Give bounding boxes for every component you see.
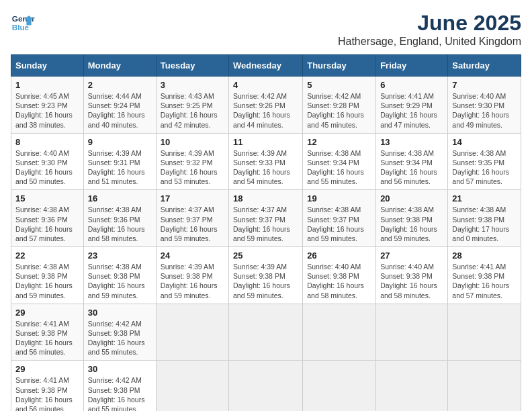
table-row: 14Sunrise: 4:38 AMSunset: 9:35 PMDayligh…	[448, 133, 521, 190]
week-row-5: 29Sunrise: 4:41 AMSunset: 9:38 PMDayligh…	[11, 361, 521, 411]
header-monday: Monday	[83, 55, 156, 77]
table-row: 9Sunrise: 4:39 AMSunset: 9:31 PMDaylight…	[83, 133, 156, 190]
table-row: 27Sunrise: 4:40 AMSunset: 9:38 PMDayligh…	[376, 247, 448, 304]
table-row	[156, 361, 228, 411]
week-row-2: 15Sunrise: 4:38 AMSunset: 9:36 PMDayligh…	[11, 190, 521, 247]
calendar-title: June 2025	[338, 11, 521, 36]
table-row: 21Sunrise: 4:38 AMSunset: 9:38 PMDayligh…	[448, 190, 521, 247]
table-row: 11Sunrise: 4:39 AMSunset: 9:33 PMDayligh…	[229, 133, 303, 190]
table-row: 24Sunrise: 4:39 AMSunset: 9:38 PMDayligh…	[156, 247, 228, 304]
table-row: 19Sunrise: 4:38 AMSunset: 9:37 PMDayligh…	[303, 190, 376, 247]
table-row: 10Sunrise: 4:39 AMSunset: 9:32 PMDayligh…	[156, 133, 228, 190]
table-row	[229, 304, 303, 361]
table-row: 22Sunrise: 4:38 AMSunset: 9:38 PMDayligh…	[11, 247, 84, 304]
page-header: General Blue June 2025 Hathersage, Engla…	[11, 11, 521, 48]
table-row: 20Sunrise: 4:38 AMSunset: 9:38 PMDayligh…	[376, 190, 448, 247]
header-tuesday: Tuesday	[156, 55, 228, 77]
table-row: 30Sunrise: 4:42 AMSunset: 9:38 PMDayligh…	[83, 304, 156, 361]
table-row: 7Sunrise: 4:40 AMSunset: 9:30 PMDaylight…	[448, 77, 521, 134]
table-row: 15Sunrise: 4:38 AMSunset: 9:36 PMDayligh…	[11, 190, 84, 247]
table-row	[376, 361, 448, 411]
table-row: 18Sunrise: 4:37 AMSunset: 9:37 PMDayligh…	[229, 190, 303, 247]
table-row: 29Sunrise: 4:41 AMSunset: 9:38 PMDayligh…	[11, 361, 84, 411]
week-row-3: 22Sunrise: 4:38 AMSunset: 9:38 PMDayligh…	[11, 247, 521, 304]
table-row: 3Sunrise: 4:43 AMSunset: 9:25 PMDaylight…	[156, 77, 228, 134]
table-row: 17Sunrise: 4:37 AMSunset: 9:37 PMDayligh…	[156, 190, 228, 247]
table-row: 5Sunrise: 4:42 AMSunset: 9:28 PMDaylight…	[303, 77, 376, 134]
header-saturday: Saturday	[448, 55, 521, 77]
title-area: June 2025 Hathersage, England, United Ki…	[338, 11, 521, 48]
table-row	[156, 304, 228, 361]
table-row: 6Sunrise: 4:41 AMSunset: 9:29 PMDaylight…	[376, 77, 448, 134]
week-row-1: 8Sunrise: 4:40 AMSunset: 9:30 PMDaylight…	[11, 133, 521, 190]
week-row-0: 1Sunrise: 4:45 AMSunset: 9:23 PMDaylight…	[11, 77, 521, 134]
calendar-subtitle: Hathersage, England, United Kingdom	[338, 36, 521, 48]
header-thursday: Thursday	[303, 55, 376, 77]
table-row: 16Sunrise: 4:38 AMSunset: 9:36 PMDayligh…	[83, 190, 156, 247]
table-row	[303, 361, 376, 411]
table-row: 4Sunrise: 4:42 AMSunset: 9:26 PMDaylight…	[229, 77, 303, 134]
table-row: 28Sunrise: 4:41 AMSunset: 9:38 PMDayligh…	[448, 247, 521, 304]
table-row: 23Sunrise: 4:38 AMSunset: 9:38 PMDayligh…	[83, 247, 156, 304]
table-row: 26Sunrise: 4:40 AMSunset: 9:38 PMDayligh…	[303, 247, 376, 304]
days-header-row: Sunday Monday Tuesday Wednesday Thursday…	[11, 55, 521, 77]
logo: General Blue	[11, 11, 35, 35]
table-row	[448, 361, 521, 411]
table-row: 29Sunrise: 4:41 AMSunset: 9:38 PMDayligh…	[11, 304, 84, 361]
logo-icon: General Blue	[11, 11, 35, 35]
week-row-4: 29Sunrise: 4:41 AMSunset: 9:38 PMDayligh…	[11, 304, 521, 361]
table-row	[448, 304, 521, 361]
table-row: 2Sunrise: 4:44 AMSunset: 9:24 PMDaylight…	[83, 77, 156, 134]
table-row: 25Sunrise: 4:39 AMSunset: 9:38 PMDayligh…	[229, 247, 303, 304]
header-wednesday: Wednesday	[229, 55, 303, 77]
table-row: 13Sunrise: 4:38 AMSunset: 9:34 PMDayligh…	[376, 133, 448, 190]
table-row	[376, 304, 448, 361]
table-row: 1Sunrise: 4:45 AMSunset: 9:23 PMDaylight…	[11, 77, 84, 134]
header-sunday: Sunday	[11, 55, 84, 77]
table-row	[303, 304, 376, 361]
header-friday: Friday	[376, 55, 448, 77]
calendar-table: Sunday Monday Tuesday Wednesday Thursday…	[11, 54, 521, 411]
table-row: 30Sunrise: 4:42 AMSunset: 9:38 PMDayligh…	[83, 361, 156, 411]
table-row: 8Sunrise: 4:40 AMSunset: 9:30 PMDaylight…	[11, 133, 84, 190]
table-row: 12Sunrise: 4:38 AMSunset: 9:34 PMDayligh…	[303, 133, 376, 190]
table-row	[229, 361, 303, 411]
